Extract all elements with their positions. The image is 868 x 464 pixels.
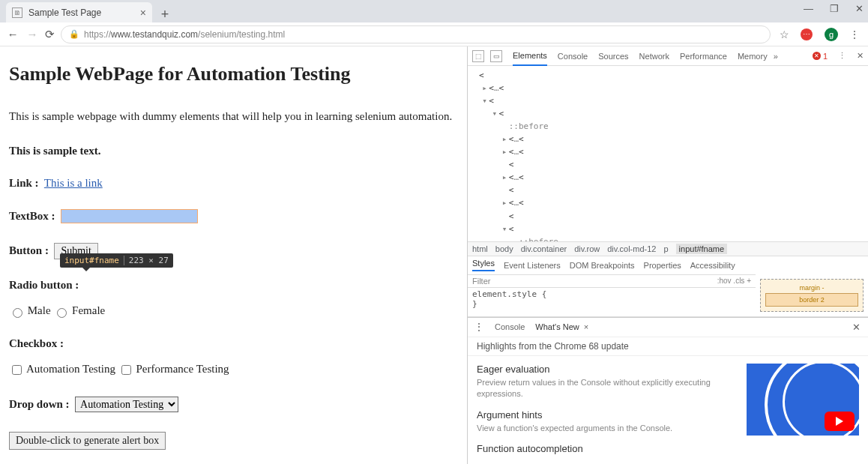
styles-tab-properties[interactable]: Properties [644, 261, 681, 270]
sample-text: This is sample text. [9, 145, 101, 157]
star-icon[interactable]: ☆ [777, 28, 792, 40]
devtools-toolbar: ⬚ ▭ ElementsConsoleSourcesNetworkPerform… [468, 46, 868, 66]
drawer-tab-whatsnew[interactable]: What's New [535, 322, 579, 331]
textbox-label: TextBox : [9, 210, 55, 222]
dom-node[interactable]: < [472, 210, 868, 223]
window-minimize-button[interactable]: — [804, 3, 813, 14]
page-icon: 🗎 [12, 7, 22, 18]
dom-node[interactable]: ::before [472, 120, 868, 133]
dom-node[interactable]: ▸<…< [472, 145, 868, 158]
tooltip-dimensions: 223 × 27 [124, 256, 169, 265]
tab-title: Sample Test Page [28, 7, 101, 18]
devtools-tab-performance[interactable]: Performance [680, 47, 727, 65]
checkbox-label: Checkbox : [9, 337, 64, 349]
radio-male-label: Male [28, 304, 51, 316]
whatsnew-item-desc: Preview return values in the Console wit… [477, 377, 736, 400]
page-intro: This is sample webpage with dummy elemen… [9, 108, 458, 125]
overflow-icon[interactable]: » [774, 52, 778, 61]
browser-tab[interactable]: 🗎 Sample Test Page × [6, 2, 152, 22]
sample-link[interactable]: This is a link [44, 177, 103, 189]
crumb-input-fname[interactable]: input#fname [676, 244, 728, 254]
devtools-kebab-icon[interactable]: ⋮ [838, 51, 846, 61]
dom-node[interactable]: ▸<…< [472, 82, 868, 94]
window-close-button[interactable]: ✕ [855, 3, 864, 14]
dom-node[interactable]: < [472, 184, 868, 196]
styles-tab-accessibility[interactable]: Accessibility [690, 261, 735, 270]
dom-breadcrumb[interactable]: htmlbodydiv.containerdiv.rowdiv.col-md-1… [468, 241, 868, 256]
devtools-tab-elements[interactable]: Elements [513, 46, 547, 66]
checkbox-automation-label: Automation Testing [26, 363, 115, 375]
styles-filter[interactable]: Filter :hov .cls + [468, 274, 756, 288]
new-tab-button[interactable]: + [157, 6, 173, 22]
drawer-tab-console[interactable]: Console [495, 322, 525, 331]
device-toggle-icon[interactable]: ▭ [490, 50, 502, 62]
whatsnew-video-thumb[interactable] [747, 364, 859, 436]
dropdown[interactable]: Automation Testing [75, 397, 178, 412]
dropdown-label: Drop down : [9, 398, 70, 410]
styles-pane: StylesEvent ListenersDOM BreakpointsProp… [468, 256, 868, 317]
radio-label: Radio button : [9, 279, 79, 291]
inspect-icon[interactable]: ⬚ [472, 50, 484, 62]
drawer-tab-close-icon[interactable]: × [584, 322, 588, 331]
dom-node[interactable]: ::before [472, 235, 868, 241]
styles-tab-dom-breakpoints[interactable]: DOM Breakpoints [570, 261, 635, 270]
doubleclick-button[interactable]: Double-click to generate alert box [9, 432, 166, 450]
devtools-panel: ⬚ ▭ ElementsConsoleSourcesNetworkPerform… [467, 46, 868, 464]
link-label: Link : [9, 177, 39, 189]
tooltip-selector: input#fname [64, 256, 119, 265]
dom-node[interactable]: ▸<…< [472, 171, 868, 184]
window-maximize-button[interactable]: ❐ [830, 3, 839, 14]
crumb-div-col-md-12[interactable]: div.col-md-12 [607, 244, 656, 253]
box-model[interactable]: margin - border 2 [760, 279, 864, 312]
youtube-play-icon[interactable] [825, 412, 855, 431]
crumb-body[interactable]: body [495, 244, 513, 253]
back-button[interactable]: ← [6, 28, 19, 40]
profile-avatar[interactable]: g [825, 28, 838, 41]
devtools-tab-network[interactable]: Network [639, 47, 669, 65]
inspector-tooltip: input#fname 223 × 27 [60, 253, 173, 268]
url-scheme: https:// [84, 29, 111, 40]
address-bar[interactable]: 🔒 https://www.testandquiz.com/selenium/t… [61, 25, 771, 43]
devtools-close-icon[interactable]: ✕ [857, 51, 864, 61]
forward-button: → [25, 28, 39, 40]
dom-node[interactable]: ▾< [472, 94, 868, 107]
styles-tab-styles[interactable]: Styles [472, 259, 495, 271]
radio-male[interactable] [13, 308, 22, 318]
devtools-tab-memory[interactable]: Memory [738, 47, 768, 65]
checkbox-performance[interactable] [121, 365, 131, 375]
url-path: /selenium/testing.html [198, 29, 285, 40]
crumb-div-row[interactable]: div.row [574, 244, 600, 253]
dom-node[interactable]: ▸<…< [472, 133, 868, 145]
element-style-rule[interactable]: element.style {} [468, 288, 756, 310]
styles-tab-event-listeners[interactable]: Event Listeners [504, 261, 561, 270]
error-counter[interactable]: ✕1 [813, 52, 828, 61]
drawer-close-icon[interactable]: ✕ [852, 322, 862, 333]
dom-node[interactable]: ▸<…< [472, 196, 868, 209]
drawer-highlights: Highlights from the Chrome 68 update [468, 337, 868, 356]
button-label: Button : [9, 244, 49, 256]
fname-input[interactable] [61, 209, 198, 223]
dom-node[interactable]: < [472, 69, 868, 82]
hov-cls-toggle[interactable]: :hov .cls + [717, 277, 751, 285]
whatsnew-item-title: Argument hints [477, 409, 736, 421]
kebab-menu-icon[interactable]: ⋮ [847, 28, 862, 40]
whatsnew-item-title: Function autocompletion [477, 443, 736, 454]
checkbox-automation[interactable] [12, 365, 22, 375]
dom-node[interactable]: ▾< [472, 223, 868, 235]
tab-close-icon[interactable]: × [140, 7, 146, 19]
browser-tabbar: 🗎 Sample Test Page × + — ❐ ✕ [0, 0, 868, 22]
devtools-tab-console[interactable]: Console [558, 47, 588, 65]
reload-button[interactable]: ⟳ [45, 28, 55, 41]
dom-node[interactable]: < [472, 158, 868, 171]
crumb-p[interactable]: p [663, 244, 668, 253]
dom-node[interactable]: ▾< [472, 107, 868, 120]
radio-female-label: Female [72, 304, 105, 316]
radio-female[interactable] [57, 308, 67, 318]
crumb-div-container[interactable]: div.container [521, 244, 567, 253]
dom-tree[interactable]: < ▸<…< ▾< ▾< ::before ▸<…< ▸<…< < ▸<…< <… [468, 66, 868, 241]
crumb-html[interactable]: html [472, 244, 488, 253]
devtools-tab-sources[interactable]: Sources [598, 47, 628, 65]
extension-badge[interactable]: ⋯ [801, 28, 813, 40]
drawer-kebab-icon[interactable]: ⋮ [474, 321, 484, 333]
devtools-drawer: ⋮ Console What's New× ✕ Highlights from … [468, 317, 868, 464]
